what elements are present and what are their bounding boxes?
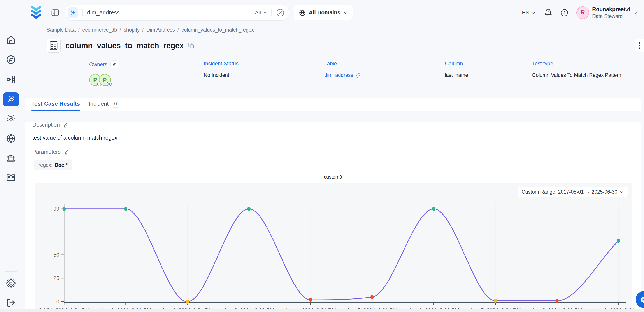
tabs-bar: Test Case ResultsIncident0 — [25, 97, 641, 111]
topbar: dim_address All All Domains EN — [22, 0, 644, 25]
content-card: Description test value of a column match… — [25, 122, 641, 312]
copy-icon[interactable] — [188, 42, 194, 49]
link-icon — [356, 73, 360, 78]
test-case-checklist-icon — [46, 39, 60, 53]
chevron-down-icon — [620, 191, 624, 193]
parameters-edit-icon[interactable] — [64, 149, 69, 155]
breadcrumb-item[interactable]: ecommerce_db — [82, 27, 117, 33]
breadcrumb-separator: / — [178, 27, 179, 33]
sidebar-item-insights[interactable] — [3, 112, 19, 126]
breadcrumb-item[interactable]: Sample Data — [46, 27, 76, 33]
domains-label: All Domains — [309, 10, 340, 16]
sidebar-item-explore[interactable] — [3, 53, 19, 67]
language-dropdown[interactable]: EN — [522, 10, 536, 16]
summary-owners-cell: Owners PP — [46, 61, 161, 86]
summary-row: Owners PP Incident Status No Incident Ta… — [22, 61, 644, 92]
sidebar — [0, 0, 22, 312]
book-icon — [6, 173, 16, 183]
sidebar-item-home[interactable] — [3, 33, 19, 47]
language-label: EN — [522, 10, 530, 16]
sidebar-item-domains[interactable] — [3, 132, 19, 146]
incident-status-value: No Incident — [204, 72, 229, 78]
page-bottom-strip — [0, 309, 644, 312]
test-type-label: Test type — [532, 61, 553, 67]
sidebar-item-settings[interactable] — [3, 276, 19, 290]
globe-icon — [6, 134, 16, 144]
app-logo-icon[interactable] — [30, 5, 42, 20]
search-eye-icon — [6, 95, 15, 104]
summary-column-cell: Column last_name — [404, 61, 510, 86]
parameter-value: Doe.* — [55, 162, 68, 168]
date-range-dropdown[interactable]: Custom Range: 2017-05-01 → 2025-06-30 — [518, 187, 628, 197]
parameter-chip: regex: Doe.* — [34, 160, 72, 170]
description-section-header: Description — [32, 122, 641, 128]
help-icon[interactable]: ? — [560, 9, 568, 17]
test-type-value: Column Values To Match Regex Pattern — [532, 72, 621, 78]
user-role: Data Steward — [592, 13, 630, 19]
breadcrumb-item[interactable]: Dim Address — [146, 27, 175, 33]
search-divider-2 — [271, 10, 272, 16]
user-menu-chevron-icon[interactable] — [634, 11, 638, 14]
owners-edit-icon[interactable] — [110, 61, 118, 68]
search-scope-dropdown[interactable]: All — [255, 10, 267, 16]
incident-status-label: Incident Status — [204, 61, 238, 67]
chart-title: custom3 — [25, 174, 641, 180]
search-input[interactable]: dim_address — [87, 9, 255, 16]
chevron-down-icon — [263, 11, 267, 14]
user-name: Rounakpreet.d — [592, 6, 630, 13]
owners-label: Owners — [89, 61, 108, 68]
gear-icon — [6, 278, 16, 288]
user-menu[interactable]: Rounakpreet.d Data Steward — [592, 6, 630, 19]
tab-incident[interactable]: Incident0 — [88, 97, 120, 111]
summary-incident-status-cell: Incident Status No Incident — [161, 61, 282, 86]
global-search-bar[interactable]: dim_address All — [65, 5, 289, 21]
user-avatar[interactable]: R — [576, 6, 589, 19]
table-value: dim_address — [324, 72, 353, 78]
lightbulb-icon — [6, 114, 16, 124]
table-link[interactable]: dim_address — [324, 72, 360, 78]
chevron-down-icon — [343, 11, 347, 14]
line-chart[interactable]: 0255099Jul 31, 2024, 3:31 PMAug 1, 2024,… — [34, 183, 635, 312]
owners-label-row: Owners — [89, 61, 118, 68]
owner-avatar[interactable]: P — [99, 74, 111, 86]
search-scope-label: All — [255, 10, 261, 16]
sidebar-item-glossary[interactable] — [3, 171, 19, 185]
domains-dropdown[interactable]: All Domains — [294, 5, 353, 20]
team-badge-icon — [107, 82, 112, 86]
tab-label: Test Case Results — [31, 100, 80, 107]
date-range-label: Custom Range: 2017-05-01 → 2025-06-30 — [522, 189, 617, 195]
sidebar-item-data-quality[interactable] — [3, 92, 19, 106]
sidebar-divider — [5, 271, 17, 272]
svg-text:99: 99 — [54, 206, 59, 212]
column-label: Column — [445, 61, 463, 67]
description-edit-icon[interactable] — [63, 122, 68, 127]
test-results-chart-panel: Custom Range: 2017-05-01 → 2025-06-30 02… — [34, 183, 632, 312]
robot-icon — [640, 295, 644, 304]
search-clear-icon[interactable] — [276, 8, 285, 17]
logout-icon — [6, 298, 16, 308]
sidebar-item-govern[interactable] — [3, 152, 19, 166]
breadcrumb-item[interactable]: column_values_to_match_regex — [182, 27, 254, 33]
more-actions-kebab-icon[interactable] — [634, 39, 644, 52]
sidebar-item-lineage[interactable] — [3, 73, 19, 87]
notifications-bell-icon[interactable] — [544, 9, 552, 17]
search-divider — [82, 10, 83, 16]
table-label: Table — [324, 61, 337, 67]
title-row: column_values_to_match_regex — [22, 39, 644, 53]
compass-icon — [6, 55, 16, 65]
column-value: last_name — [445, 72, 468, 78]
breadcrumb-item[interactable]: shopify — [124, 27, 140, 33]
sidebar-item-logout[interactable] — [3, 296, 19, 310]
summary-table-cell: Table dim_address — [282, 61, 404, 86]
ai-sparkles-icon[interactable] — [68, 8, 78, 18]
parameters-section-header: Parameters — [32, 149, 641, 155]
chevron-down-icon — [532, 11, 536, 14]
bank-icon — [6, 153, 16, 164]
svg-text:50: 50 — [54, 252, 59, 258]
sidebar-collapse-icon[interactable] — [51, 9, 59, 17]
svg-text:0: 0 — [56, 299, 59, 304]
tab-test-case-results[interactable]: Test Case Results — [31, 97, 80, 111]
summary-test-type-cell: Test type Column Values To Match Regex P… — [510, 61, 644, 86]
tab-count-badge: 0 — [112, 100, 120, 108]
breadcrumb-separator: / — [142, 27, 144, 33]
